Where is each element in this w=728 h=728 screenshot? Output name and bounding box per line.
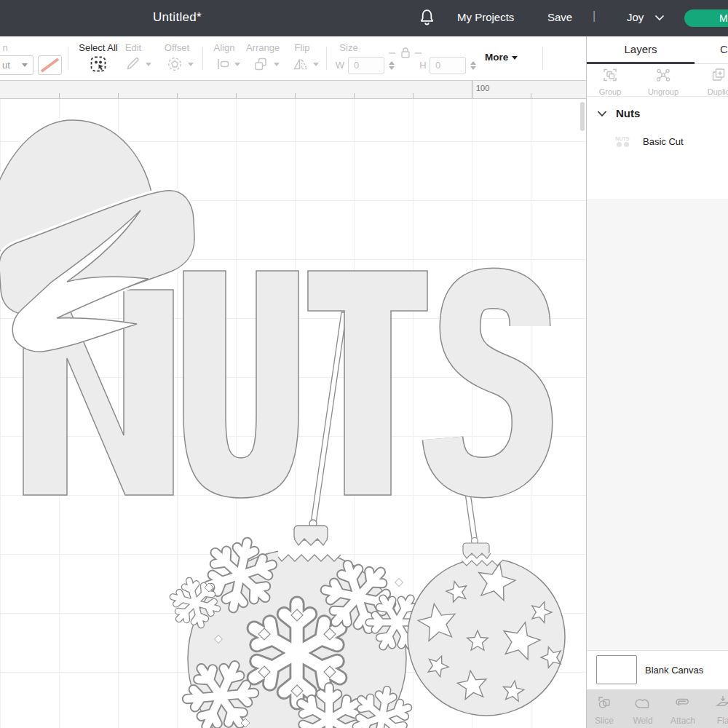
layer-row[interactable]: NUTS Basic Cut bbox=[587, 126, 728, 164]
ruler-tick bbox=[59, 93, 60, 98]
ungroup-icon bbox=[654, 66, 672, 84]
width-stepper[interactable] bbox=[387, 57, 397, 74]
width-input[interactable]: 0 bbox=[348, 57, 384, 74]
ruler-tick bbox=[354, 93, 355, 98]
attach-button[interactable]: Attach bbox=[663, 694, 703, 726]
flatten-icon bbox=[714, 694, 728, 711]
layer-tools-bar: Slice Weld Attach Fla bbox=[587, 689, 728, 728]
edit-label: Edit bbox=[122, 42, 144, 53]
color-swatch-button[interactable] bbox=[38, 55, 62, 75]
flip-icon[interactable] bbox=[292, 55, 309, 73]
cap-zigzag bbox=[294, 539, 328, 545]
layer-thumbnail: NUTS bbox=[607, 127, 638, 158]
blank-canvas-row[interactable]: Blank Canvas bbox=[587, 650, 728, 689]
ruler-label-100: 100 bbox=[476, 84, 489, 92]
flip-label: Flip bbox=[291, 42, 313, 53]
size-label: Size bbox=[337, 42, 360, 53]
group-icon bbox=[601, 66, 619, 84]
ruler-tick bbox=[413, 93, 414, 98]
blank-canvas-label: Blank Canvas bbox=[645, 665, 703, 676]
ruler-tick bbox=[236, 93, 237, 98]
group-button[interactable]: Group bbox=[587, 66, 633, 96]
slice-label: Slice bbox=[585, 716, 624, 726]
swatch-line-icon bbox=[39, 56, 61, 74]
flatten-button[interactable]: Fla bbox=[703, 694, 728, 726]
weld-label: Weld bbox=[623, 716, 662, 726]
canvas-scrollbar-thumb[interactable] bbox=[580, 102, 585, 131]
arrange-label: Arrange bbox=[244, 42, 282, 53]
layer-group-row[interactable]: Nuts bbox=[587, 104, 728, 124]
ungroup-label: Ungroup bbox=[641, 87, 686, 96]
slice-button[interactable]: Slice bbox=[585, 694, 624, 726]
slice-icon bbox=[596, 694, 613, 711]
toolbar-separator bbox=[542, 47, 543, 70]
weld-icon bbox=[634, 694, 652, 711]
chevron-down-icon[interactable] bbox=[654, 15, 665, 21]
duplicate-button[interactable]: Duplic bbox=[696, 66, 728, 96]
letter-S bbox=[443, 288, 532, 478]
my-projects-link[interactable]: My Projects bbox=[457, 11, 514, 23]
chevron-down-icon bbox=[512, 56, 518, 60]
ruler-tick bbox=[531, 93, 531, 98]
panel-tab-bar: Layers C bbox=[587, 36, 728, 64]
letter-T bbox=[308, 271, 427, 495]
tab-layers[interactable]: Layers bbox=[587, 43, 695, 55]
ruler-tick bbox=[118, 93, 119, 98]
layer-type-label: Basic Cut bbox=[643, 136, 684, 147]
ornament-string-left bbox=[311, 312, 347, 523]
weld-button[interactable]: Weld bbox=[623, 694, 662, 726]
duplicate-label: Duplic bbox=[696, 87, 728, 96]
flip-dropdown-chevron[interactable] bbox=[313, 63, 319, 66]
group-label: Group bbox=[587, 87, 633, 96]
layers-panel: Layers C Group U bbox=[586, 36, 728, 728]
attach-label: Attach bbox=[663, 716, 703, 726]
star-ornament[interactable] bbox=[408, 538, 565, 716]
ornament-cap bbox=[294, 526, 328, 540]
offset-dropdown-chevron[interactable] bbox=[188, 63, 194, 66]
document-title[interactable]: Untitled* bbox=[153, 10, 202, 25]
edit-pencil-icon[interactable] bbox=[124, 55, 141, 73]
select-all-label: Select All bbox=[77, 42, 119, 53]
canvas-design[interactable] bbox=[0, 98, 586, 728]
select-all-button[interactable] bbox=[89, 55, 108, 74]
ungroup-button[interactable]: Ungroup bbox=[641, 66, 686, 96]
ruler-tick bbox=[177, 93, 178, 98]
thumbnail-ornaments bbox=[607, 142, 638, 147]
edit-dropdown-chevron[interactable] bbox=[146, 63, 151, 66]
operation-value: ut bbox=[2, 60, 10, 71]
lock-link-right bbox=[415, 52, 422, 55]
duplicate-icon bbox=[710, 66, 727, 84]
make-it-button[interactable]: M bbox=[684, 9, 728, 27]
height-input[interactable]: 0 bbox=[430, 57, 466, 74]
operation-label-partial: n bbox=[1, 42, 9, 53]
horizontal-ruler: 100 bbox=[0, 81, 586, 99]
tab-color-sync[interactable]: C bbox=[720, 43, 728, 55]
save-link[interactable]: Save bbox=[547, 11, 572, 23]
notifications-bell-icon[interactable] bbox=[418, 8, 436, 28]
align-label: Align bbox=[212, 42, 237, 53]
snowflake-ornament[interactable] bbox=[163, 520, 435, 728]
cap-zigzag bbox=[463, 553, 491, 558]
more-button[interactable]: More bbox=[485, 52, 518, 63]
toolbar-separator bbox=[326, 47, 327, 70]
offset-icon[interactable] bbox=[166, 55, 183, 73]
machine-select[interactable]: Joy bbox=[627, 11, 644, 23]
ruler-tick-major bbox=[472, 81, 472, 98]
top-bar: Untitled* My Projects Save | Joy M bbox=[0, 0, 728, 36]
layers-list: Nuts NUTS Basic Cut bbox=[587, 97, 728, 199]
height-stepper[interactable] bbox=[468, 57, 478, 74]
letter-U bbox=[183, 271, 298, 498]
blank-canvas-thumbnail bbox=[596, 655, 637, 684]
layer-group-name: Nuts bbox=[616, 107, 640, 119]
offset-label: Offset bbox=[162, 42, 192, 53]
chevron-down-icon bbox=[22, 63, 28, 67]
align-icon[interactable] bbox=[214, 55, 232, 73]
align-dropdown-chevron[interactable] bbox=[234, 63, 240, 66]
chevron-down-icon[interactable] bbox=[597, 110, 607, 117]
toolbar-separator bbox=[202, 47, 203, 70]
arrange-dropdown-chevron[interactable] bbox=[274, 63, 280, 66]
operation-dropdown[interactable]: ut bbox=[0, 55, 33, 75]
size-lock-icon[interactable] bbox=[398, 45, 413, 60]
flatten-label: Fla bbox=[703, 716, 728, 726]
arrange-icon[interactable] bbox=[252, 55, 269, 73]
